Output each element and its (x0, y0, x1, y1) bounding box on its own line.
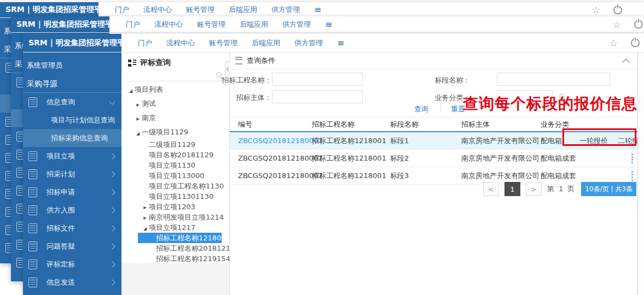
first-round-quote-link[interactable]: 一轮报价 (579, 136, 608, 146)
page-size-total-badge: 10条/页 | 共3条 (581, 182, 636, 196)
tree-item[interactable]: 测试 (121, 97, 229, 111)
power-icon[interactable] (613, 5, 622, 14)
current-page-button[interactable]: 1 (504, 182, 520, 196)
tree-item[interactable]: 项目立项1203 (121, 202, 229, 212)
bid-number-link[interactable]: ZBCGSQ201812180007 (230, 172, 312, 180)
nav-item[interactable]: 流程中心 (143, 5, 172, 15)
nav-item[interactable]: 流程中心 (154, 20, 183, 30)
nav-item[interactable]: 供方管理 (294, 38, 323, 48)
project-name-input[interactable] (272, 73, 363, 86)
favorite-star-icon[interactable]: ☆ (610, 38, 618, 48)
app-title: SRM | 明发集团招采管理平台 (0, 2, 98, 17)
sidebar-menu-item[interactable]: 招标申请 (23, 183, 121, 201)
nav-item[interactable]: 门户 (115, 5, 129, 15)
hamburger-menu-icon[interactable]: ≡ (325, 20, 332, 29)
query-button[interactable]: 查询 (414, 104, 428, 114)
section-name-cell: 标段2 (390, 154, 461, 163)
tree-item[interactable]: 项目列表 (121, 82, 229, 97)
bid-number-link[interactable]: ZBCGSQ201812180007 (230, 154, 312, 162)
tree-item[interactable]: 项目立项113000 (121, 170, 229, 181)
favorite-star-icon[interactable]: ☆ (613, 20, 621, 29)
power-icon[interactable] (631, 39, 640, 48)
table-body: ZBCGSQ201812180007 招标工程名称1218001 标段1 南京房… (230, 132, 637, 185)
business-category-cell: 配电箱成套 (541, 154, 572, 163)
nav-item[interactable]: 后端应用 (252, 38, 280, 48)
bid-entity-cell: 南京房地产开发有限公司 (461, 171, 541, 181)
tree-item[interactable]: 招标工程名称12191540 (121, 253, 229, 264)
favorite-star-icon[interactable]: ☆ (592, 5, 600, 15)
previous-page-button[interactable]: < (483, 182, 499, 196)
business-category-cell: 配电箱 (541, 136, 572, 146)
hamburger-menu-icon[interactable]: ≡ (314, 5, 321, 14)
tree-item[interactable]: 项目名称20181129 (121, 150, 229, 160)
project-tree: 项目列表 测试 南京 (121, 82, 229, 264)
nav-item[interactable]: 门户 (138, 38, 152, 48)
chevron-icon (109, 225, 115, 231)
sidebar-menu-item[interactable]: 招采计划 (23, 165, 121, 183)
tree-toggle-icon (141, 214, 149, 221)
topbar: SRM | 明发集团招采管理平台 门户流程中心账号管理后端应用供方管理 ≡ ☆ (23, 34, 644, 52)
row-more-menu-icon[interactable] (631, 171, 633, 181)
nav-item[interactable]: 供方管理 (282, 20, 311, 30)
nav-item[interactable]: 后端应用 (229, 5, 257, 15)
sidebar-menu-item[interactable]: 招标采购信息查询 (23, 129, 121, 147)
sidebar-menu-item[interactable]: 信息发送 (23, 273, 121, 291)
topbar-icons: ☆ (592, 5, 622, 15)
column-header-category: 业务分类 (541, 120, 572, 129)
table-header-row: 编号 招标工程名称 标段名称 招标主体 业务分类 (230, 117, 637, 132)
hamburger-menu-icon[interactable]: ≡ (337, 39, 344, 48)
nav-item[interactable]: 后端应用 (240, 20, 268, 30)
bid-number-link[interactable]: ZBCGSQ201812180007 (230, 137, 312, 145)
section-name-input[interactable] (497, 73, 610, 86)
results-table: 编号 招标工程名称 标段名称 招标主体 业务分类 ZBCGSQ201812180… (230, 117, 637, 185)
tree-toggle-icon (141, 203, 149, 210)
sidebar-menu-item[interactable]: 项目立项 (23, 147, 121, 165)
nav-item[interactable]: 账号管理 (197, 20, 225, 30)
nav-item[interactable]: 账号管理 (209, 38, 237, 48)
tree-panel-header: 评标查询 (128, 57, 224, 69)
tree-item[interactable]: 项目立项工程名称1130 (121, 181, 229, 191)
power-icon[interactable] (634, 20, 643, 29)
tree-item[interactable]: 南京 (121, 111, 229, 125)
nav-item[interactable]: 账号管理 (186, 5, 214, 15)
tree-item-label: 项目立项11301130 (149, 192, 213, 202)
menu-item-label: 评标定标 (47, 259, 75, 269)
collapse-up-icon[interactable] (622, 58, 630, 66)
tree-search-input[interactable] (128, 69, 212, 81)
tree-item[interactable]: 项目立项1217 (121, 222, 229, 233)
nav-item[interactable]: 供方管理 (271, 5, 300, 15)
tree-toggle-icon (141, 224, 149, 231)
tree-item-label: 二级项目1129 (149, 140, 195, 150)
bid-entity-input[interactable] (272, 90, 363, 103)
tree-item[interactable]: 南京明发项目立项1214 (121, 212, 229, 222)
tree-item-label: 南京明发项目立项1214 (149, 213, 224, 222)
tree-item[interactable]: 一级项目1129 (121, 125, 229, 139)
sidebar-menu-item[interactable]: 供方入围 (23, 201, 121, 219)
tree-item[interactable]: 招标工程名称2018121913 (121, 243, 229, 253)
project-name-cell: 招标工程名称1218001 (312, 154, 390, 163)
nav-item[interactable]: 门户 (126, 20, 140, 30)
business-category-label: 业务分类 : (415, 93, 468, 103)
tree-item[interactable]: 二级项目1129 (121, 139, 229, 150)
nav-item[interactable]: 流程中心 (166, 38, 195, 48)
next-page-button[interactable]: > (526, 182, 542, 196)
collapse-panel-handle[interactable] (225, 61, 230, 78)
sidebar-menu-item[interactable]: 信息查询 (23, 93, 121, 111)
sidebar-menu-item[interactable]: 问题答疑 (23, 237, 121, 255)
column-header-entity: 招标主体 (461, 120, 541, 129)
topbar: SRM | 明发集团招采管理平台 门户流程中心账号管理后端应用供方管理 ≡ ☆ (11, 16, 644, 33)
menu-item-label: 信息查询 (47, 97, 75, 107)
row-more-menu-icon[interactable] (631, 154, 633, 163)
tree-item[interactable]: 项目立项11301130 (121, 191, 229, 202)
tree-item-label: 一级项目1129 (142, 127, 188, 137)
sidebar-menu-item[interactable]: 招标文件 (23, 219, 121, 237)
scrollbar-track[interactable] (637, 52, 644, 295)
tree-item[interactable]: 项目立项1130 (121, 160, 229, 170)
sidebar-menu-item[interactable]: 项目与计划信息查询 (23, 111, 121, 129)
topbar-icons: ☆ (610, 38, 640, 48)
sidebar-menu-item[interactable]: 评标定标 (23, 255, 121, 273)
tree-item[interactable]: 招标工程名称1218001 (138, 233, 222, 243)
collapse-left-icon (226, 67, 230, 72)
menu-item-label: 招标文件 (47, 223, 75, 233)
document-icon (28, 151, 37, 161)
